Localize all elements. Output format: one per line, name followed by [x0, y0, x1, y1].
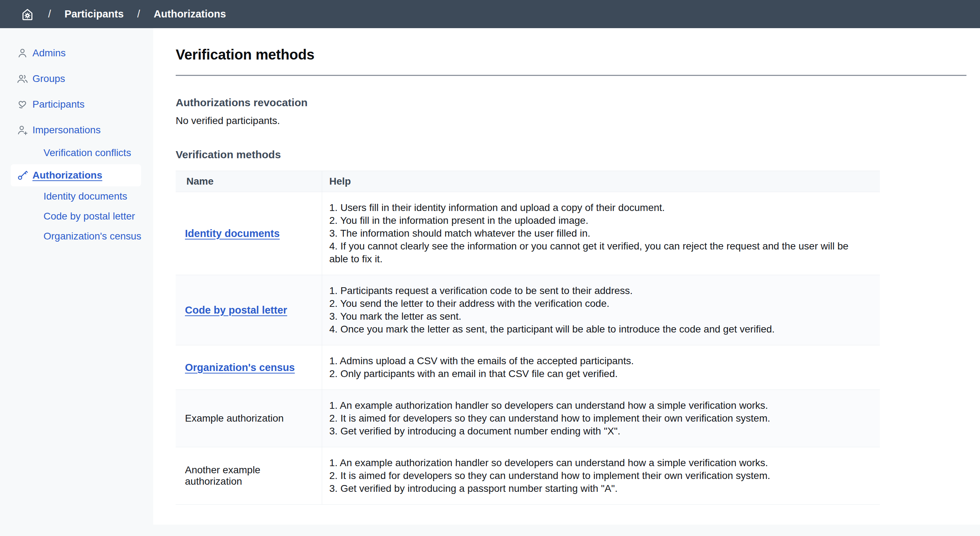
- group-icon: [16, 73, 29, 85]
- help-step: 3. You mark the letter as sent.: [329, 310, 869, 323]
- user-add-icon: [16, 124, 29, 136]
- method-link-organizations-census[interactable]: Organization's census: [185, 362, 295, 374]
- help-step: 1. Admins upload a CSV with the emails o…: [329, 355, 869, 367]
- sidebar-item-groups[interactable]: Groups: [0, 66, 153, 92]
- sidebar-item-label: Identity documents: [43, 191, 127, 202]
- home-breadcrumb-link[interactable]: [20, 7, 35, 21]
- help-step: 3. The information should match whatever…: [329, 227, 869, 240]
- method-link-identity-documents[interactable]: Identity documents: [185, 228, 280, 240]
- sidebar-item-code-by-postal-letter[interactable]: Code by postal letter: [0, 206, 153, 226]
- home-gear-icon: [20, 7, 35, 21]
- top-navbar: / Participants / Authorizations: [0, 0, 980, 28]
- sidebar-item-label: Groups: [32, 73, 65, 84]
- sidebar-item-participants[interactable]: Participants: [0, 92, 153, 117]
- help-step: 1. An example authorization handler so d…: [329, 456, 869, 469]
- help-step: 4. If you cannot clearly see the informa…: [329, 240, 869, 266]
- sidebar-item-identity-documents[interactable]: Identity documents: [0, 186, 153, 206]
- sidebar-item-label: Organization's census: [43, 231, 142, 242]
- key-icon: [16, 169, 29, 181]
- method-name-example-authorization: Example authorization: [185, 413, 284, 424]
- verification-methods-table: Name Help Identity documents 1. Users fi…: [176, 171, 880, 505]
- hand-heart-icon: [16, 99, 29, 110]
- table-row: Identity documents 1. Users fill in thei…: [176, 192, 880, 275]
- breadcrumb-participants[interactable]: Participants: [65, 8, 124, 20]
- sidebar-item-impersonations[interactable]: Impersonations: [0, 117, 153, 143]
- help-step: 2. Only participants with an email in th…: [329, 367, 869, 380]
- method-link-code-by-postal-letter[interactable]: Code by postal letter: [185, 304, 287, 316]
- table-row: Organization's census 1. Admins upload a…: [176, 345, 880, 390]
- admin-sidebar: Admins Groups Participants: [0, 28, 153, 536]
- sidebar-item-label: Participants: [32, 99, 84, 110]
- sidebar-item-label: Code by postal letter: [43, 211, 135, 222]
- main-content: Verification methods Authorizations revo…: [153, 28, 980, 525]
- help-step: 2. You send the letter to their address …: [329, 297, 869, 310]
- table-row: Another example authorization 1. An exam…: [176, 447, 880, 504]
- sidebar-item-label: Authorizations: [32, 170, 102, 181]
- help-step: 4. Once you mark the letter as sent, the…: [329, 323, 869, 336]
- breadcrumb-separator: /: [48, 8, 51, 20]
- method-name-another-example-authorization: Another example authorization: [185, 464, 315, 487]
- table-row: Example authorization 1. An example auth…: [176, 390, 880, 447]
- help-step: 2. You fill in the information present i…: [329, 214, 869, 227]
- sidebar-item-authorizations[interactable]: Authorizations: [11, 164, 141, 186]
- column-header-help: Help: [322, 171, 880, 192]
- help-step: 3. Get verified by introducing a documen…: [329, 425, 869, 437]
- table-header-row: Name Help: [176, 171, 880, 192]
- app-root: / Participants / Authorizations Admins: [0, 0, 980, 536]
- sidebar-item-organizations-census[interactable]: Organization's census: [0, 226, 153, 246]
- help-step: 1. Users fill in their identity informat…: [329, 201, 869, 214]
- sidebar-item-verification-conflicts[interactable]: Verification conflicts: [0, 143, 153, 163]
- revocation-body: No verified participants.: [176, 115, 966, 127]
- sidebar-item-admins[interactable]: Admins: [0, 40, 153, 66]
- column-header-name: Name: [176, 171, 322, 192]
- sidebar-item-label: Verification conflicts: [43, 147, 131, 159]
- methods-heading: Verification methods: [176, 149, 966, 161]
- breadcrumb-separator: /: [137, 8, 140, 20]
- user-icon: [16, 47, 29, 59]
- revocation-heading: Authorizations revocation: [176, 97, 966, 109]
- help-step: 2. It is aimed for developers so they ca…: [329, 412, 869, 425]
- help-step: 3. Get verified by introducing a passpor…: [329, 482, 869, 495]
- table-row: Code by postal letter 1. Participants re…: [176, 275, 880, 345]
- help-step: 2. It is aimed for developers so they ca…: [329, 469, 869, 482]
- sidebar-item-label: Impersonations: [32, 124, 100, 136]
- breadcrumb: / Participants / Authorizations: [20, 7, 226, 21]
- help-step: 1. An example authorization handler so d…: [329, 399, 869, 412]
- title-divider: [176, 75, 966, 76]
- help-step: 1. Participants request a verification c…: [329, 285, 869, 297]
- page-title: Verification methods: [176, 47, 966, 63]
- sidebar-item-label: Admins: [32, 48, 65, 59]
- breadcrumb-authorizations[interactable]: Authorizations: [154, 8, 226, 20]
